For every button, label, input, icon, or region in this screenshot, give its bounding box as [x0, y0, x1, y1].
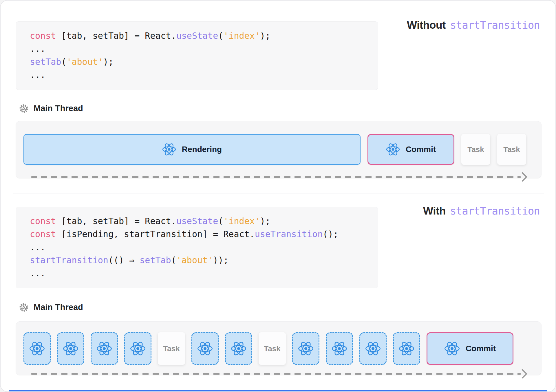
code-token: useState	[176, 216, 218, 226]
react-logo-icon	[365, 341, 381, 356]
code-token: const	[30, 216, 56, 226]
code-token: (	[218, 216, 223, 226]
code-token: 'about'	[176, 255, 213, 265]
react-block	[359, 332, 387, 365]
react-block	[191, 332, 219, 365]
code-line: ...	[30, 267, 364, 280]
task-label: Task	[163, 344, 180, 353]
task-label: Task	[264, 344, 280, 353]
task-block: Task	[158, 332, 185, 365]
section-title-text: With	[423, 205, 446, 217]
code-block-with: const [tab, setTab] = React.useState('in…	[16, 207, 378, 288]
code-token: useTransition	[255, 229, 323, 239]
react-logo-icon	[96, 341, 112, 356]
commit-block: Commit	[427, 332, 513, 365]
main-thread-timeline-with: TaskTaskCommit	[16, 321, 542, 375]
gear-icon	[19, 303, 28, 312]
timeline-axis-arrow	[31, 369, 527, 379]
code-line: ...	[30, 241, 364, 254]
section-with-starttransition: const [tab, setTab] = React.useState('in…	[1, 1, 555, 391]
react-block	[57, 332, 84, 365]
timeline-blocks: TaskTaskCommit	[23, 332, 513, 365]
commit-label: Commit	[466, 344, 496, 353]
bottom-accent-bar	[9, 390, 547, 391]
react-block	[393, 332, 420, 365]
dashed-axis-line	[31, 373, 521, 375]
react-logo-icon	[332, 341, 347, 356]
code-token: (() ⇒	[108, 255, 140, 265]
code-token: [tab, setTab] = React.	[56, 216, 176, 226]
react-block	[225, 332, 252, 365]
react-logo-icon	[399, 341, 414, 356]
code-token: setTab	[140, 255, 171, 265]
code-token: [isPending, startTransition] = React.	[56, 229, 255, 239]
main-thread-label: Main Thread	[34, 303, 83, 312]
code-token: 'index'	[223, 216, 260, 226]
task-block: Task	[259, 332, 286, 365]
section-title-with: With startTransition	[423, 205, 540, 217]
react-logo-icon	[197, 341, 213, 356]
react-block	[23, 332, 51, 365]
react-logo-icon	[298, 341, 314, 356]
react-logo-icon	[231, 341, 246, 356]
code-token: ();	[323, 229, 338, 239]
diagram-canvas: const [tab, setTab] = React.useState('in…	[0, 0, 556, 392]
code-token: (	[171, 255, 176, 265]
section-title-code: startTransition	[450, 205, 540, 217]
react-block	[124, 332, 151, 365]
main-thread-label-row: Main Thread	[19, 303, 83, 312]
code-line: const [tab, setTab] = React.useState('in…	[30, 215, 364, 228]
code-line: const [isPending, startTransition] = Rea…	[30, 228, 364, 241]
code-token: );	[260, 216, 270, 226]
code-line: startTransition(() ⇒ setTab('about'));	[30, 254, 364, 267]
react-logo-icon	[63, 341, 78, 356]
code-token: ...	[30, 268, 45, 278]
react-block	[292, 332, 319, 365]
arrow-head-icon	[522, 369, 528, 379]
react-logo-icon	[29, 341, 45, 356]
code-token: ));	[213, 255, 228, 265]
code-token: startTransition	[30, 255, 108, 265]
react-logo-icon	[444, 341, 460, 356]
react-logo-icon	[130, 341, 146, 356]
code-token: const	[30, 229, 56, 239]
code-token: ...	[30, 242, 45, 252]
react-block	[91, 332, 118, 365]
react-block	[326, 332, 353, 365]
